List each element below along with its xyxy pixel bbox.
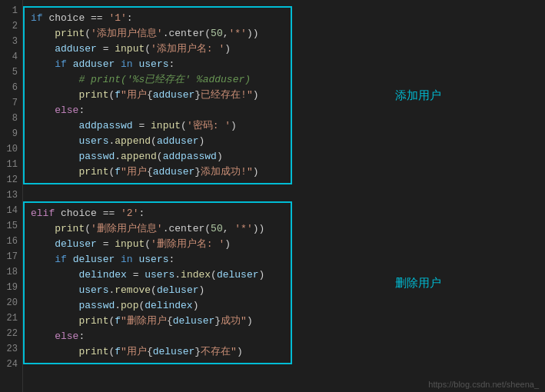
code-line-18: passwd.pop(delindex) (31, 298, 284, 314)
code-line-11: print(f"用户{adduser}添加成功!") (31, 164, 284, 180)
line-num: 9 (12, 126, 18, 141)
code-line-17: users.remove(deluser) (31, 283, 284, 298)
code-line-4: if adduser in users: (31, 57, 284, 72)
line-num: 23 (7, 341, 18, 357)
code-line-9: users.append(adduser) (31, 134, 284, 149)
line-num: 8 (12, 111, 18, 126)
line-num: 10 (7, 141, 18, 157)
line-num: 12 (7, 172, 18, 188)
code-line-14: deluser = input('删除用户名: ') (31, 237, 284, 252)
code-line-2: print('添加用户信息'.center(50,'*')) (31, 26, 284, 42)
line-num: 22 (7, 326, 18, 341)
add-user-block-wrapper: if choice == '1': print('添加用户信息'.center(… (23, 6, 545, 184)
add-user-label: 添加用户 (292, 6, 546, 184)
code-line-3: adduser = input('添加用户名: ') (31, 42, 284, 57)
code-line-10: passwd.append(addpasswd) (31, 149, 284, 164)
line-numbers-panel: 1 2 3 4 5 6 7 8 9 10 11 12 13 14 15 16 1… (0, 0, 23, 392)
line-num: 7 (12, 95, 18, 111)
line-num: 17 (7, 249, 18, 264)
line-num: 6 (12, 80, 18, 95)
code-line-19: print(f"删除用户{deluser}成功") (31, 314, 284, 329)
line-num: 3 (12, 34, 18, 49)
code-line-5: # print('%s已经存在' %adduser) (31, 72, 284, 88)
line-num: 15 (7, 218, 18, 234)
line-num: 21 (7, 311, 18, 326)
line-num: 14 (7, 203, 18, 218)
code-line-1: if choice == '1': (31, 11, 284, 26)
del-user-code-block: elif choice == '2': print('删除用户信息'.cente… (23, 201, 292, 364)
code-line-21: print(f"用户{deluser}不存在") (31, 344, 284, 360)
line-num: 4 (12, 49, 18, 65)
code-line-15: if deluser in users: (31, 252, 284, 267)
line-num: 16 (7, 234, 18, 249)
code-line-12: elif choice == '2': (31, 206, 284, 221)
line-num: 20 (7, 295, 18, 311)
line-num: 24 (7, 357, 18, 372)
code-line-20: else: (31, 329, 284, 344)
gap (23, 188, 545, 198)
line-num: 19 (7, 280, 18, 295)
main-content: if choice == '1': print('添加用户信息'.center(… (23, 0, 545, 392)
line-num: 5 (12, 65, 18, 80)
del-user-label: 删除用户 (292, 201, 546, 364)
line-num: 11 (7, 157, 18, 172)
watermark: https://blog.csdn.net/sheena_ (428, 380, 539, 389)
line-num: 18 (7, 264, 18, 280)
code-line-16: delindex = users.index(deluser) (31, 267, 284, 283)
code-line-8: addpasswd = input('密码: ') (31, 118, 284, 134)
del-user-block-wrapper: elif choice == '2': print('删除用户信息'.cente… (23, 201, 545, 364)
line-num: 1 (12, 3, 18, 18)
line-num: 13 (7, 188, 18, 203)
add-user-code-block: if choice == '1': print('添加用户信息'.center(… (23, 6, 292, 184)
line-num: 2 (12, 18, 18, 34)
code-area: if choice == '1': print('添加用户信息'.center(… (23, 0, 545, 392)
code-line-6: print(f"用户{adduser}已经存在!") (31, 88, 284, 103)
code-line-7: else: (31, 103, 284, 118)
code-line-13: print('删除用户信息'.center(50, '*')) (31, 221, 284, 237)
